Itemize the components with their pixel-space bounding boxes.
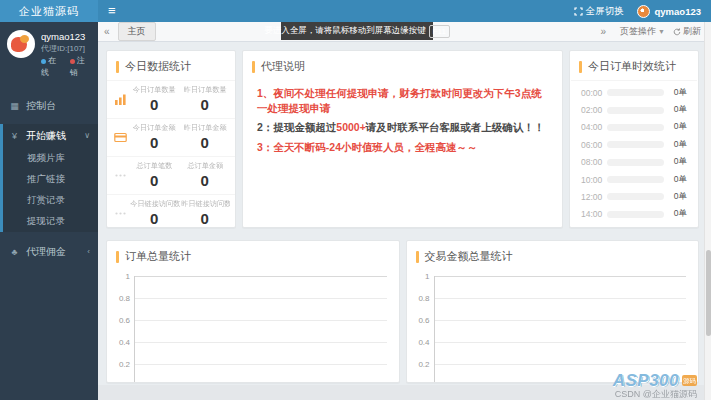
stat-row: 今日链接访问数0昨日链接访问数0	[107, 194, 235, 228]
bar-chart-icon	[112, 93, 129, 106]
sidebar-item[interactable]: 提现记录	[3, 211, 98, 232]
logout-link[interactable]: 注销	[70, 55, 92, 77]
tabs-scroll-right-icon[interactable]: »	[595, 26, 613, 37]
time-value: 0单	[669, 87, 687, 99]
notice-line: 3：全天不断码-24小时值班人员，全程高速～～	[247, 140, 558, 155]
fullscreen-toggle-button[interactable]: 全屏切换	[574, 5, 624, 18]
stats-rows: 今日订单数量0昨日订单数量0今日订单金额0昨日订单金额0总订单笔数0总订单金额0…	[107, 80, 235, 228]
y-tick-label: 0.2	[412, 360, 430, 369]
time-label: 02:00	[581, 105, 602, 115]
gridline	[435, 276, 687, 277]
time-label: 00:00	[581, 88, 602, 98]
username[interactable]: qymao123	[655, 6, 701, 17]
time-value: 0单	[669, 121, 687, 133]
time-value: 0单	[669, 226, 687, 228]
time-label: 08:00	[581, 157, 602, 167]
stat-item: 昨日订单数量0	[180, 85, 231, 113]
stat-item: 昨日订单金额0	[180, 123, 231, 151]
gridline	[135, 320, 387, 321]
tab-home[interactable]: 主页	[118, 22, 156, 41]
panel-title: 代理说明	[243, 51, 562, 80]
notice-text: 3：全天不断码-24小时值班人员，全程高速～～	[257, 141, 478, 153]
logout-dot-icon	[70, 59, 75, 64]
panel-title: 今日订单时效统计	[570, 51, 698, 80]
time-bar	[607, 193, 664, 200]
panel-agent-notice: 代理说明 1、夜间不处理任何提现申请，财务打款时间更改为下午3点统一处理提现申请…	[242, 50, 563, 228]
sidebar-username: qymao123	[41, 30, 92, 43]
stat-label: 今日订单金额	[130, 123, 178, 133]
sidebar-item[interactable]: 推广链接	[3, 169, 98, 190]
panel-today-stats: 今日数据统计 今日订单数量0昨日订单数量0今日订单金额0昨日订单金额0总订单笔数…	[106, 50, 236, 228]
app-window: 企业猫源码 ≡ 全屏切换 qymao123 « 主页 » 页签操作 ▼	[0, 0, 711, 400]
panel-transaction-total-chart: 交易金额总量统计 10.80.60.40.2	[406, 240, 700, 383]
gridline	[435, 364, 687, 365]
notice-text: 2：提现金额超过	[257, 121, 336, 133]
timeline-row: 10:000单	[571, 171, 697, 188]
refresh-button[interactable]: 刷新	[673, 25, 701, 38]
y-tick-label: 1	[112, 272, 130, 281]
status-online[interactable]: 在线	[41, 55, 63, 77]
panel-order-timeline: 今日订单时效统计 00:000单02:000单04:000单06:000单08:…	[569, 50, 699, 228]
sidebar-item-label: 开始赚钱	[26, 129, 66, 143]
sidebar-group-0: ¥开始赚钱∨视频片库推广链接打赏记录提现记录	[0, 124, 98, 232]
notice-line: 2：提现金额超过5000+请及时联系平台客服或者上级确认！！	[247, 120, 558, 135]
time-label: 04:00	[581, 122, 602, 132]
page-operations-dropdown[interactable]: 页签操作 ▼	[620, 25, 665, 38]
sidebar-group-header[interactable]: ¥开始赚钱∨	[3, 124, 98, 148]
stat-value: 0	[180, 172, 231, 189]
ellipsis-icon	[112, 169, 129, 182]
sidebar-group-header[interactable]: ♣代理佣金‹	[0, 240, 98, 264]
time-value: 0单	[669, 208, 687, 220]
tooltip-text: 要进入全屏，请将鼠标移动到屏幕边缘按键	[264, 25, 426, 37]
time-value: 0单	[669, 174, 687, 186]
sidebar-item-dashboard[interactable]: ▦控制台	[0, 94, 98, 118]
stat-label: 昨日订单数量	[181, 85, 229, 95]
gridline	[435, 320, 687, 321]
chart-panels-row: 订单总量统计 10.80.60.40.2 交易金额总量统计 10.80.60.4…	[106, 240, 699, 383]
refresh-icon	[673, 28, 681, 36]
stat-value: 0	[129, 172, 180, 189]
user-avatar[interactable]	[637, 5, 650, 18]
tabs-scroll-left-icon[interactable]: «	[98, 26, 116, 37]
sidebar-toggle-icon[interactable]: ≡	[98, 0, 126, 22]
stat-item: 今日订单金额0	[129, 123, 180, 151]
time-bar	[607, 211, 664, 218]
transaction-total-chart: 10.80.60.40.2	[434, 276, 687, 383]
fullscreen-tooltip: 要进入全屏，请将鼠标移动到屏幕边缘按键 F11	[281, 22, 433, 40]
time-label: 12:00	[581, 192, 602, 202]
gridline	[435, 342, 687, 343]
stat-label: 昨日链接访问数	[181, 199, 229, 209]
timeline-row: 06:000单	[571, 136, 697, 153]
timeline-rows: 00:000单02:000单04:000单06:000单08:000单10:00…	[571, 80, 697, 228]
fullscreen-icon	[574, 7, 583, 16]
dashboard-icon: ▦	[8, 101, 21, 111]
notice-text: 1、夜间不处理任何提现申请，财务打款时间更改为下午3点统一处理提现申请	[257, 87, 542, 114]
stat-value: 0	[180, 96, 231, 113]
y-tick-label: 0.2	[112, 360, 130, 369]
time-bar	[607, 176, 664, 183]
credit-card-icon	[112, 131, 129, 144]
sidebar: qymao123 代理ID:[107] 在线 注销 ▦控制台¥开始赚钱∨视频片库…	[0, 22, 98, 400]
refresh-label: 刷新	[683, 25, 701, 38]
panel-title: 订单总量统计	[107, 241, 399, 270]
gridline	[135, 342, 387, 343]
footer-strip	[98, 385, 704, 400]
sidebar-menu: ▦控制台¥开始赚钱∨视频片库推广链接打赏记录提现记录♣代理佣金‹	[0, 94, 98, 264]
sidebar-item[interactable]: 视频片库	[3, 148, 98, 169]
y-tick-label: 0.8	[112, 294, 130, 303]
agent-id-label: 代理ID:[107]	[41, 43, 92, 54]
tab-home-label: 主页	[128, 26, 146, 36]
y-tick-label: 0.4	[112, 338, 130, 347]
time-bar	[607, 89, 664, 96]
sidebar-item[interactable]: 打赏记录	[3, 190, 98, 211]
page-scrollbar[interactable]	[704, 22, 711, 400]
avatar[interactable]	[7, 30, 35, 58]
user-meta: qymao123 代理ID:[107] 在线 注销	[41, 30, 92, 78]
scrollbar-thumb[interactable]	[706, 250, 711, 336]
navbar-right: 全屏切换 qymao123	[574, 0, 711, 22]
y-tick-label: 1	[412, 272, 430, 281]
y-tick-label: 0.6	[412, 316, 430, 325]
time-bar	[607, 141, 664, 148]
stat-row: 今日订单数量0昨日订单数量0	[107, 80, 235, 118]
stat-label: 今日链接访问数	[130, 199, 178, 209]
